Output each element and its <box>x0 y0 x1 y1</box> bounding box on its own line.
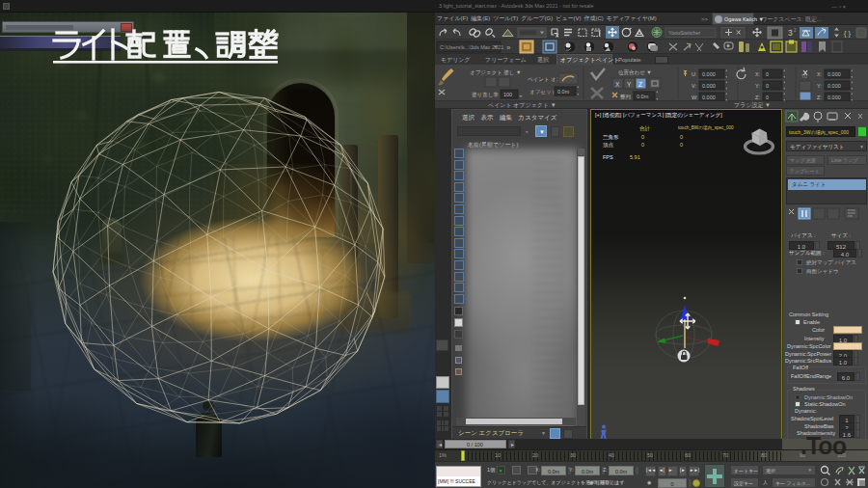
svg-text:V:: V: <box>692 83 696 89</box>
svg-text:0: 0 <box>766 83 769 89</box>
svg-text:0.000: 0.000 <box>702 95 716 100</box>
svg-text:Z:: Z: <box>755 95 760 100</box>
svg-text:0.0m: 0.0m <box>637 94 649 99</box>
svg-text:オブジェクト 塗し ▼: オブジェクト 塗し ▼ <box>470 69 521 76</box>
svg-text:Y:: Y: <box>755 83 760 89</box>
svg-text:X:: X: <box>817 71 823 77</box>
svg-text:0.000: 0.000 <box>827 83 841 89</box>
svg-text:2: 2 <box>794 28 797 33</box>
svg-text:Z:: Z: <box>817 95 822 100</box>
svg-text:塗り直し率: 塗り直し率 <box>472 92 499 97</box>
svg-text:整列: 整列 <box>620 94 632 99</box>
svg-text:0.000: 0.000 <box>702 71 716 77</box>
svg-text:ペイント オン: ペイント オン <box>528 76 562 83</box>
svg-text:X:: X: <box>755 71 761 77</box>
svg-text:0.000: 0.000 <box>702 83 716 89</box>
svg-text:位置合わせ ▼: 位置合わせ ▼ <box>618 69 652 76</box>
svg-text:0.0m: 0.0m <box>557 89 570 95</box>
svg-text:0: 0 <box>766 95 769 100</box>
svg-text:W:: W: <box>692 95 698 100</box>
svg-text:{ }: { } <box>844 29 852 38</box>
svg-text:3: 3 <box>788 28 793 38</box>
svg-text:0.000: 0.000 <box>827 95 841 100</box>
svg-text:TU: TU <box>801 74 807 79</box>
svg-text:Y: Y <box>627 81 632 88</box>
svg-text:»: » <box>506 43 511 52</box>
svg-text:0: 0 <box>766 71 769 77</box>
svg-text:Z: Z <box>638 81 642 88</box>
svg-text:U:: U: <box>692 71 697 77</box>
svg-text:C:\Users\k...\3ds Max 2021: C:\Users\k...\3ds Max 2021 <box>440 44 503 50</box>
svg-text:YoouSwitcher: YoouSwitcher <box>668 30 701 36</box>
svg-text:オフセット: オフセット <box>529 89 556 95</box>
svg-text:X: X <box>615 81 620 88</box>
svg-text:Y:: Y: <box>817 83 822 89</box>
svg-text:100: 100 <box>503 92 512 97</box>
svg-text:0.000: 0.000 <box>827 71 841 77</box>
